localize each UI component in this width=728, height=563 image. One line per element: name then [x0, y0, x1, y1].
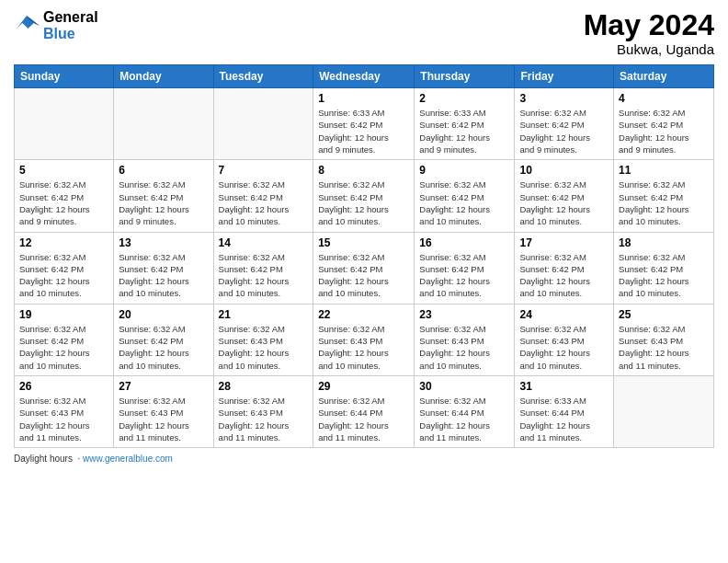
day-number: 5 — [19, 164, 108, 177]
day-number: 8 — [318, 164, 409, 177]
day-number: 13 — [119, 236, 208, 249]
day-number: 21 — [219, 308, 309, 321]
calendar-cell: 29Sunrise: 6:32 AM Sunset: 6:44 PM Dayli… — [313, 375, 415, 447]
calendar-cell: 13Sunrise: 6:32 AM Sunset: 6:42 PM Dayli… — [114, 232, 213, 304]
footer-url: www.generalblue.com — [83, 454, 173, 464]
day-number: 30 — [419, 380, 509, 393]
page: General Blue May 2024 Bukwa, Uganda Sund… — [0, 0, 728, 563]
day-number: 31 — [519, 380, 609, 393]
calendar-cell: 18Sunrise: 6:32 AM Sunset: 6:42 PM Dayli… — [614, 232, 714, 304]
weekday-header-tuesday: Tuesday — [213, 65, 313, 88]
cell-info: Sunrise: 6:32 AM Sunset: 6:43 PM Dayligh… — [519, 323, 609, 372]
calendar-cell: 21Sunrise: 6:32 AM Sunset: 6:43 PM Dayli… — [213, 304, 313, 375]
calendar-cell — [114, 88, 213, 160]
cell-info: Sunrise: 6:32 AM Sunset: 6:42 PM Dayligh… — [318, 251, 409, 300]
cell-info: Sunrise: 6:32 AM Sunset: 6:42 PM Dayligh… — [219, 178, 309, 227]
calendar-cell — [213, 88, 313, 160]
cell-info: Sunrise: 6:32 AM Sunset: 6:42 PM Dayligh… — [519, 178, 609, 227]
calendar-cell: 27Sunrise: 6:32 AM Sunset: 6:43 PM Dayli… — [114, 375, 213, 447]
cell-info: Sunrise: 6:32 AM Sunset: 6:42 PM Dayligh… — [318, 178, 409, 227]
day-number: 17 — [519, 236, 609, 249]
cell-info: Sunrise: 6:33 AM Sunset: 6:44 PM Dayligh… — [519, 395, 609, 443]
calendar-cell: 7Sunrise: 6:32 AM Sunset: 6:42 PM Daylig… — [213, 160, 313, 232]
calendar-table: SundayMondayTuesdayWednesdayThursdayFrid… — [14, 64, 714, 448]
calendar-cell: 6Sunrise: 6:32 AM Sunset: 6:42 PM Daylig… — [114, 160, 213, 232]
week-row-5: 26Sunrise: 6:32 AM Sunset: 6:43 PM Dayli… — [15, 375, 714, 447]
logo-blue: Blue — [43, 26, 98, 42]
week-row-3: 12Sunrise: 6:32 AM Sunset: 6:42 PM Dayli… — [15, 232, 714, 304]
location: Bukwa, Uganda — [584, 41, 714, 57]
weekday-header-saturday: Saturday — [614, 65, 714, 88]
cell-info: Sunrise: 6:32 AM Sunset: 6:43 PM Dayligh… — [318, 323, 409, 372]
calendar-cell: 5Sunrise: 6:32 AM Sunset: 6:42 PM Daylig… — [15, 160, 114, 232]
day-number: 10 — [519, 164, 609, 177]
day-number: 1 — [318, 92, 409, 105]
calendar-cell: 31Sunrise: 6:33 AM Sunset: 6:44 PM Dayli… — [515, 375, 614, 447]
weekday-header-thursday: Thursday — [415, 65, 515, 88]
calendar-cell: 10Sunrise: 6:32 AM Sunset: 6:42 PM Dayli… — [515, 160, 614, 232]
cell-info: Sunrise: 6:32 AM Sunset: 6:43 PM Dayligh… — [419, 323, 509, 372]
cell-info: Sunrise: 6:32 AM Sunset: 6:42 PM Dayligh… — [119, 323, 208, 372]
weekday-header-friday: Friday — [515, 65, 614, 88]
weekday-header-sunday: Sunday — [15, 65, 114, 88]
calendar-cell: 24Sunrise: 6:32 AM Sunset: 6:43 PM Dayli… — [515, 304, 614, 375]
day-number: 19 — [19, 308, 108, 321]
week-row-4: 19Sunrise: 6:32 AM Sunset: 6:42 PM Dayli… — [15, 304, 714, 375]
cell-info: Sunrise: 6:32 AM Sunset: 6:44 PM Dayligh… — [419, 395, 509, 443]
calendar-cell — [15, 88, 114, 160]
footer-note: Daylight hours · www.generalblue.com — [14, 454, 714, 464]
day-number: 2 — [419, 92, 509, 105]
day-number: 16 — [419, 236, 509, 249]
logo-general: General — [43, 9, 98, 25]
weekday-header-wednesday: Wednesday — [313, 65, 415, 88]
cell-info: Sunrise: 6:33 AM Sunset: 6:42 PM Dayligh… — [419, 107, 509, 155]
calendar-cell: 30Sunrise: 6:32 AM Sunset: 6:44 PM Dayli… — [415, 375, 515, 447]
cell-info: Sunrise: 6:32 AM Sunset: 6:43 PM Dayligh… — [619, 323, 709, 372]
day-number: 23 — [419, 308, 509, 321]
week-row-2: 5Sunrise: 6:32 AM Sunset: 6:42 PM Daylig… — [15, 160, 714, 232]
calendar-cell: 28Sunrise: 6:32 AM Sunset: 6:43 PM Dayli… — [213, 375, 313, 447]
logo: General Blue — [14, 9, 98, 41]
calendar-cell: 1Sunrise: 6:33 AM Sunset: 6:42 PM Daylig… — [313, 88, 415, 160]
calendar-cell: 23Sunrise: 6:32 AM Sunset: 6:43 PM Dayli… — [415, 304, 515, 375]
cell-info: Sunrise: 6:32 AM Sunset: 6:42 PM Dayligh… — [419, 251, 509, 300]
day-number: 12 — [19, 236, 108, 249]
cell-info: Sunrise: 6:33 AM Sunset: 6:42 PM Dayligh… — [318, 107, 409, 155]
day-number: 3 — [519, 92, 609, 105]
cell-info: Sunrise: 6:32 AM Sunset: 6:42 PM Dayligh… — [19, 251, 108, 300]
cell-info: Sunrise: 6:32 AM Sunset: 6:42 PM Dayligh… — [519, 107, 609, 155]
calendar-cell: 19Sunrise: 6:32 AM Sunset: 6:42 PM Dayli… — [15, 304, 114, 375]
cell-info: Sunrise: 6:32 AM Sunset: 6:43 PM Dayligh… — [219, 395, 309, 443]
cell-info: Sunrise: 6:32 AM Sunset: 6:42 PM Dayligh… — [219, 251, 309, 300]
cell-info: Sunrise: 6:32 AM Sunset: 6:42 PM Dayligh… — [619, 178, 709, 227]
day-number: 24 — [519, 308, 609, 321]
calendar-header: SundayMondayTuesdayWednesdayThursdayFrid… — [15, 65, 714, 88]
calendar-cell: 25Sunrise: 6:32 AM Sunset: 6:43 PM Dayli… — [614, 304, 714, 375]
calendar-cell: 26Sunrise: 6:32 AM Sunset: 6:43 PM Dayli… — [15, 375, 114, 447]
weekday-row: SundayMondayTuesdayWednesdayThursdayFrid… — [15, 65, 714, 88]
calendar-cell: 22Sunrise: 6:32 AM Sunset: 6:43 PM Dayli… — [313, 304, 415, 375]
cell-info: Sunrise: 6:32 AM Sunset: 6:43 PM Dayligh… — [19, 395, 108, 443]
calendar-cell: 3Sunrise: 6:32 AM Sunset: 6:42 PM Daylig… — [515, 88, 614, 160]
day-number: 26 — [19, 380, 108, 393]
cell-info: Sunrise: 6:32 AM Sunset: 6:42 PM Dayligh… — [119, 251, 208, 300]
calendar-cell: 20Sunrise: 6:32 AM Sunset: 6:42 PM Dayli… — [114, 304, 213, 375]
header: General Blue May 2024 Bukwa, Uganda — [14, 9, 714, 57]
day-number: 11 — [619, 164, 709, 177]
cell-info: Sunrise: 6:32 AM Sunset: 6:42 PM Dayligh… — [619, 251, 709, 300]
calendar-cell: 9Sunrise: 6:32 AM Sunset: 6:42 PM Daylig… — [415, 160, 515, 232]
calendar-cell: 15Sunrise: 6:32 AM Sunset: 6:42 PM Dayli… — [313, 232, 415, 304]
title-block: May 2024 Bukwa, Uganda — [584, 9, 714, 57]
cell-info: Sunrise: 6:32 AM Sunset: 6:42 PM Dayligh… — [519, 251, 609, 300]
cell-info: Sunrise: 6:32 AM Sunset: 6:44 PM Dayligh… — [318, 395, 409, 443]
day-number: 29 — [318, 380, 409, 393]
calendar-cell: 11Sunrise: 6:32 AM Sunset: 6:42 PM Dayli… — [614, 160, 714, 232]
cell-info: Sunrise: 6:32 AM Sunset: 6:42 PM Dayligh… — [19, 178, 108, 227]
calendar-cell: 12Sunrise: 6:32 AM Sunset: 6:42 PM Dayli… — [15, 232, 114, 304]
logo-bird-icon — [14, 13, 40, 39]
day-number: 27 — [119, 380, 208, 393]
day-number: 20 — [119, 308, 208, 321]
calendar-cell — [614, 375, 714, 447]
cell-info: Sunrise: 6:32 AM Sunset: 6:43 PM Dayligh… — [219, 323, 309, 372]
week-row-1: 1Sunrise: 6:33 AM Sunset: 6:42 PM Daylig… — [15, 88, 714, 160]
